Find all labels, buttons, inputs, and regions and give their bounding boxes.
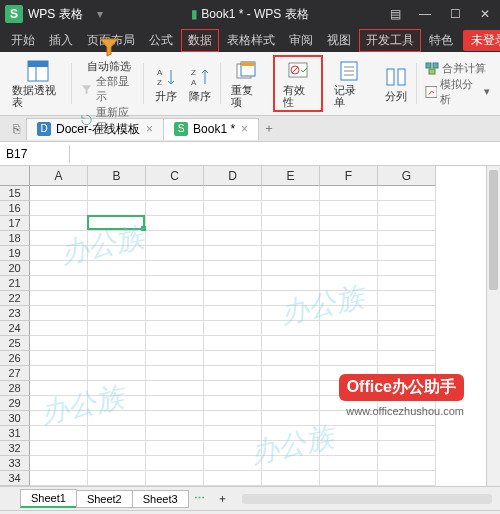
- menu-item[interactable]: 插入: [43, 30, 79, 51]
- sheet-tab[interactable]: Sheet3: [132, 490, 189, 508]
- row-header[interactable]: 15: [0, 186, 30, 201]
- name-box[interactable]: B17: [0, 145, 70, 163]
- cell-row[interactable]: [30, 456, 486, 471]
- cell-row[interactable]: [30, 186, 486, 201]
- cell-row[interactable]: [30, 396, 486, 411]
- col-header[interactable]: G: [378, 166, 436, 186]
- add-sheet-button[interactable]: ＋: [211, 491, 234, 506]
- cell-row[interactable]: [30, 336, 486, 351]
- data-validity-button[interactable]: 有效性: [279, 57, 317, 110]
- row-header[interactable]: 22: [0, 291, 30, 306]
- cell-row[interactable]: [30, 291, 486, 306]
- sheet-menu-icon[interactable]: ⋯: [188, 492, 211, 505]
- cell-row[interactable]: [30, 306, 486, 321]
- login-button[interactable]: 未登录: [463, 30, 500, 51]
- sort-asc-button[interactable]: AZ 升序: [150, 63, 182, 104]
- row-header[interactable]: 30: [0, 411, 30, 426]
- formula-input[interactable]: [70, 152, 500, 156]
- row-header[interactable]: 27: [0, 366, 30, 381]
- select-all-corner[interactable]: [0, 166, 30, 186]
- cell-row[interactable]: [30, 321, 486, 336]
- row-header[interactable]: 33: [0, 456, 30, 471]
- svg-rect-18: [398, 69, 405, 85]
- cell-row[interactable]: [30, 216, 486, 231]
- vertical-scrollbar[interactable]: [486, 166, 500, 486]
- menu-item[interactable]: 数据: [181, 29, 219, 52]
- consolidate-button[interactable]: 合并计算: [423, 61, 492, 76]
- tab-close-icon[interactable]: ×: [241, 122, 248, 136]
- svg-rect-19: [426, 63, 431, 68]
- row-header[interactable]: 21: [0, 276, 30, 291]
- menu-item[interactable]: 开始: [5, 30, 41, 51]
- whatif-button[interactable]: 模拟分析 ▾: [423, 77, 492, 107]
- reapply-button[interactable]: 重新应用: [78, 105, 139, 135]
- maximize-icon[interactable]: ☐: [440, 7, 470, 21]
- sheet-tab[interactable]: Sheet1: [20, 489, 77, 508]
- tab-close-icon[interactable]: ×: [146, 122, 153, 136]
- sort-desc-button[interactable]: ZA 降序: [184, 63, 216, 104]
- cell-row[interactable]: [30, 426, 486, 441]
- new-tab-button[interactable]: ＋: [258, 120, 280, 137]
- row-header[interactable]: 34: [0, 471, 30, 486]
- row-header[interactable]: 28: [0, 381, 30, 396]
- row-header[interactable]: 31: [0, 426, 30, 441]
- row-header[interactable]: 19: [0, 246, 30, 261]
- svg-rect-22: [426, 86, 437, 97]
- cell-row[interactable]: [30, 231, 486, 246]
- cell-row[interactable]: [30, 246, 486, 261]
- pin-icon[interactable]: ⎘: [6, 122, 26, 136]
- menu-item[interactable]: 表格样式: [221, 30, 281, 51]
- menu-item[interactable]: 开发工具: [359, 29, 421, 52]
- menu-item[interactable]: 公式: [143, 30, 179, 51]
- cell-row[interactable]: [30, 366, 486, 381]
- column-headers[interactable]: ABCDEFG: [30, 166, 486, 186]
- minimize-icon[interactable]: —: [410, 7, 440, 21]
- docer-icon: D: [37, 122, 51, 136]
- settings-icon[interactable]: ▤: [380, 7, 410, 21]
- autofilter-button[interactable]: 自动筛选: [83, 33, 135, 74]
- record-form-button[interactable]: 记录单: [330, 57, 368, 110]
- cell-row[interactable]: [30, 411, 486, 426]
- col-header[interactable]: D: [204, 166, 262, 186]
- row-header[interactable]: 25: [0, 336, 30, 351]
- row-headers[interactable]: 1516171819202122232425262728293031323334: [0, 186, 30, 486]
- cell-row[interactable]: [30, 276, 486, 291]
- title-dropdown-icon[interactable]: ▾: [97, 7, 103, 21]
- cell-row[interactable]: [30, 201, 486, 216]
- col-header[interactable]: E: [262, 166, 320, 186]
- col-header[interactable]: F: [320, 166, 378, 186]
- row-header[interactable]: 32: [0, 441, 30, 456]
- scroll-thumb[interactable]: [489, 170, 498, 290]
- col-header[interactable]: A: [30, 166, 88, 186]
- col-header[interactable]: B: [88, 166, 146, 186]
- horizontal-scrollbar[interactable]: [242, 494, 492, 504]
- close-icon[interactable]: ✕: [470, 7, 500, 21]
- row-header[interactable]: 29: [0, 396, 30, 411]
- formula-bar: B17: [0, 142, 500, 166]
- cell-row[interactable]: [30, 441, 486, 456]
- tab-book1[interactable]: S Book1 * ×: [163, 118, 259, 140]
- row-header[interactable]: 26: [0, 351, 30, 366]
- menu-item[interactable]: 特色: [423, 30, 459, 51]
- row-header[interactable]: 23: [0, 306, 30, 321]
- col-header[interactable]: C: [146, 166, 204, 186]
- cell-row[interactable]: [30, 381, 486, 396]
- text-to-columns-button[interactable]: 分列: [380, 63, 412, 104]
- svg-text:Z: Z: [191, 68, 196, 77]
- cell-row[interactable]: [30, 351, 486, 366]
- menu-item[interactable]: 视图: [321, 30, 357, 51]
- cells-area[interactable]: [30, 186, 486, 486]
- cell-row[interactable]: [30, 471, 486, 486]
- row-header[interactable]: 20: [0, 261, 30, 276]
- spreadsheet-grid[interactable]: ABCDEFG 15161718192021222324252627282930…: [0, 166, 500, 486]
- row-header[interactable]: 17: [0, 216, 30, 231]
- row-header[interactable]: 16: [0, 201, 30, 216]
- menu-item[interactable]: 审阅: [283, 30, 319, 51]
- sheet-tab[interactable]: Sheet2: [76, 490, 133, 508]
- row-header[interactable]: 24: [0, 321, 30, 336]
- show-all-button[interactable]: 全部显示: [78, 74, 139, 104]
- duplicates-button[interactable]: 重复项: [227, 57, 265, 110]
- cell-row[interactable]: [30, 261, 486, 276]
- row-header[interactable]: 18: [0, 231, 30, 246]
- pivot-table-button[interactable]: 数据透视表: [8, 57, 67, 110]
